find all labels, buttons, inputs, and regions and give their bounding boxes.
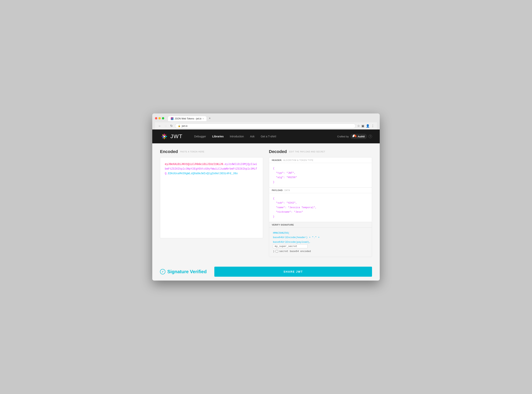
tab-favicon	[171, 117, 173, 120]
sig-line2: base64UrlEncode(header) + "." +	[273, 236, 319, 239]
sig-verified-text: Signature Verified	[167, 269, 207, 274]
header-label: HEADER:	[272, 159, 282, 161]
sig-close-paren: )	[273, 249, 274, 254]
browser-window: JSON Web Tokens - jwt.io × + ← → ↻ 🔒 jwt…	[152, 114, 380, 280]
encoded-title: Encoded PASTE A TOKEN HERE	[160, 149, 263, 154]
header-json[interactable]: { "typ": "JWT", "alg": "HS256" }	[269, 163, 372, 187]
sig-checkbox-line: ) secret base64 encoded	[273, 249, 368, 254]
base64-checkbox[interactable]	[276, 250, 278, 253]
reload-button[interactable]: ↻	[169, 124, 173, 128]
tab-title: JSON Web Tokens - jwt.io	[175, 117, 201, 120]
browser-toolbar: ← → ↻ 🔒 jwt.io ☆ ▣ 👤 ⋮	[155, 122, 377, 130]
browser-titlebar: JSON Web Tokens - jwt.io × + ← → ↻ 🔒 jwt…	[152, 114, 380, 130]
logo-text: JWT	[170, 133, 183, 140]
help-icon[interactable]: ?	[369, 135, 372, 138]
auth0-badge[interactable]: Auth0	[350, 134, 367, 139]
payload-section-header: PAYLOAD: DATA	[269, 187, 372, 193]
nav-libraries[interactable]: Libraries	[212, 135, 224, 138]
app-nav: JWT Debugger Libraries Introduction Ask …	[152, 130, 380, 143]
svg-point-0	[163, 136, 165, 137]
main-content: Encoded PASTE A TOKEN HERE eyJ0eXAiOiJKV…	[152, 143, 380, 263]
app-container: JWT Debugger Libraries Introduction Ask …	[152, 130, 380, 280]
star-icon[interactable]: ☆	[357, 124, 360, 128]
nav-links: Debugger Libraries Introduction Ask Get …	[194, 135, 337, 138]
close-button[interactable]	[155, 117, 157, 119]
traffic-lights	[155, 117, 164, 119]
back-button[interactable]: ←	[158, 124, 162, 128]
new-tab-button[interactable]: +	[207, 115, 213, 121]
lock-icon: 🔒	[178, 125, 181, 127]
nav-ask[interactable]: Ask	[250, 135, 254, 138]
crafted-by: Crafted by Auth0 ?	[337, 134, 372, 139]
encoded-subtitle: PASTE A TOKEN HERE	[180, 151, 204, 153]
extensions-icon[interactable]: ▣	[361, 124, 364, 128]
signature-verified: ✓ Signature Verified	[160, 269, 207, 274]
nav-debugger[interactable]: Debugger	[194, 135, 206, 138]
minimize-button[interactable]	[158, 117, 161, 119]
jwt-logo-icon	[160, 132, 168, 141]
payload-sub-label: DATA	[284, 189, 290, 192]
menu-icon[interactable]: ⋮	[371, 124, 374, 128]
url-text: jwt.io	[182, 124, 187, 127]
decoded-title: Decoded EDIT THE PAYLOAD AND SECRET	[269, 149, 372, 154]
header-section: HEADER: ALGORITHM & TOKEN TYPE { "typ": …	[269, 157, 372, 187]
encoded-token-box[interactable]: eyJ0eXAiOiJKV1QiLCJhbGciOiJIUzI1NiJ9.eyJ…	[160, 157, 263, 238]
toolbar-icons: ☆ ▣ 👤 ⋮	[357, 124, 374, 128]
auth0-text: Auth0	[358, 135, 365, 138]
active-tab[interactable]: JSON Web Tokens - jwt.io ×	[168, 116, 207, 121]
maximize-button[interactable]	[162, 117, 164, 119]
sig-func-name: HMACSHA256(	[273, 232, 289, 234]
payload-label: PAYLOAD:	[272, 189, 283, 192]
decoded-subtitle: EDIT THE PAYLOAD AND SECRET	[289, 151, 325, 153]
logo-area: JWT	[160, 132, 183, 141]
sig-checkbox-label: secret base64 encoded	[279, 249, 311, 254]
verify-signature-section: VERIFY SIGNATURE HMACSHA256( base64UrlEn…	[269, 222, 372, 257]
secret-input[interactable]	[273, 244, 308, 248]
address-bar[interactable]: 🔒 jwt.io	[175, 124, 356, 128]
crafted-by-text: Crafted by	[337, 135, 349, 138]
verify-signature-header: VERIFY SIGNATURE	[269, 222, 372, 228]
header-sub-label: ALGORITHM & TOKEN TYPE	[283, 159, 314, 161]
nav-tshirt[interactable]: Get a T-shirt!	[261, 135, 276, 138]
payload-json[interactable]: { "sub": "4242", "name": "Jessica Tempor…	[269, 193, 372, 222]
share-jwt-button[interactable]: SHARE JWT	[214, 267, 372, 277]
sig-secret-line	[273, 244, 368, 248]
bottom-bar: ✓ Signature Verified SHARE JWT	[152, 263, 380, 280]
two-column-layout: Encoded PASTE A TOKEN HERE eyJ0eXAiOiJKV…	[160, 149, 372, 257]
payload-section: PAYLOAD: DATA { "sub": "4242", "name": "…	[269, 187, 372, 222]
auth0-logo-icon	[353, 135, 356, 138]
signature-body: HMACSHA256( base64UrlEncode(header) + ".…	[269, 228, 372, 257]
tab-bar: JSON Web Tokens - jwt.io × +	[168, 115, 213, 121]
token-red-part: eyJ0eXAiOiJKV1QiLCJhbGciOiJIUzI1NiJ9.	[165, 163, 225, 166]
encoded-panel: Encoded PASTE A TOKEN HERE eyJ0eXAiOiJKV…	[160, 149, 263, 257]
profile-icon[interactable]: 👤	[366, 124, 370, 128]
sig-line3: base64UrlEncode(payload),	[273, 241, 310, 244]
verify-label: VERIFY SIGNATURE	[272, 224, 294, 226]
token-cyan-part: EDkUUxaM439gWLsQ8a8mJWIvQtgZe0et3O3z4Fd_…	[168, 172, 238, 175]
nav-introduction[interactable]: Introduction	[230, 135, 244, 138]
header-section-header: HEADER: ALGORITHM & TOKEN TYPE	[269, 157, 372, 163]
check-icon: ✓	[160, 269, 165, 274]
tab-close-icon[interactable]: ×	[203, 118, 204, 120]
decoded-panel: Decoded EDIT THE PAYLOAD AND SECRET HEAD…	[269, 149, 372, 257]
forward-button[interactable]: →	[163, 124, 168, 128]
